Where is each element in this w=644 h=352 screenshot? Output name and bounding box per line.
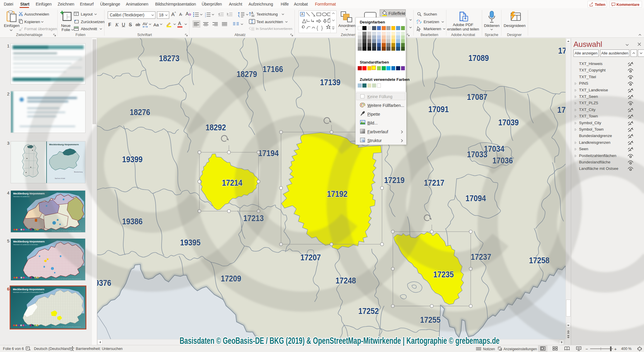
- svg-text:Mecklenburg-Vorpommern: Mecklenburg-Vorpommern: [13, 192, 45, 195]
- svg-text:17033: 17033: [467, 149, 487, 159]
- svg-text:Basisdaten GeoBasis-DE / BKG 2: Basisdaten GeoBasis-DE / BKG 2019 OpenSt…: [52, 326, 81, 327]
- svg-text:17209: 17209: [221, 274, 241, 283]
- svg-text:Mecklenburg-Vorpommern: Mecklenburg-Vorpommern: [13, 288, 44, 291]
- svg-text:Sachsen-Anhalt: Sachsen-Anhalt: [55, 177, 65, 179]
- svg-text:17252: 17252: [358, 306, 379, 316]
- svg-text:17213: 17213: [243, 213, 264, 223]
- svg-text:Vektorkarte mit Landkreisen &: Vektorkarte mit Landkreisen & Gemeinden: [13, 244, 38, 245]
- svg-text:A: A: [251, 11, 254, 15]
- svg-text:19395: 19395: [180, 237, 201, 247]
- svg-text:18276: 18276: [130, 107, 150, 117]
- svg-text:18292: 18292: [205, 122, 226, 132]
- svg-text:19399: 19399: [122, 154, 143, 164]
- svg-text:17039: 17039: [498, 117, 519, 127]
- svg-text:c: c: [417, 21, 418, 24]
- svg-text:17: 17: [557, 105, 566, 115]
- svg-text:17217: 17217: [424, 178, 444, 187]
- svg-text:Basisdaten GeoBasis-DE / BKG 2: Basisdaten GeoBasis-DE / BKG 2019 OpenSt…: [52, 230, 81, 232]
- svg-text:19386: 19386: [122, 216, 143, 226]
- svg-text:Vektorkarte mit Landkreisen: Vektorkarte mit Landkreisen: [13, 196, 30, 197]
- svg-text:17: 17: [558, 46, 566, 55]
- svg-text:17235: 17235: [433, 269, 454, 279]
- svg-text:17214: 17214: [222, 178, 242, 187]
- svg-text:A: A: [301, 12, 304, 16]
- svg-text:19376: 19376: [97, 278, 111, 288]
- svg-text:Mecklenburg-Vorpommern: Mecklenburg-Vorpommern: [49, 143, 79, 146]
- svg-text:18279: 18279: [237, 69, 257, 79]
- svg-text:17036: 17036: [492, 156, 513, 165]
- svg-text:17091: 17091: [428, 104, 449, 114]
- svg-text:17166: 17166: [263, 64, 283, 74]
- svg-text:Basisdaten GeoBasis-DE / BKG 2: Basisdaten GeoBasis-DE / BKG 2019 OpenSt…: [52, 278, 81, 280]
- svg-text:17089: 17089: [468, 53, 489, 63]
- svg-text:17258: 17258: [529, 255, 549, 265]
- svg-text:Vektorkarte mit Landkreisen &: Vektorkarte mit Landkreisen & Postleitza…: [13, 292, 44, 293]
- svg-text:17219: 17219: [384, 175, 405, 185]
- svg-text:3: 3: [205, 16, 206, 18]
- svg-text:18273: 18273: [159, 53, 179, 63]
- svg-text:17094: 17094: [465, 193, 486, 203]
- svg-text:17237: 17237: [471, 252, 491, 262]
- svg-text:17194: 17194: [258, 148, 279, 158]
- svg-text:17139: 17139: [320, 77, 340, 87]
- svg-text:17192: 17192: [327, 189, 347, 199]
- svg-text:17087: 17087: [467, 92, 487, 102]
- svg-text:17248: 17248: [335, 276, 356, 285]
- svg-text:Mecklenburg-Vorpommern: Mecklenburg-Vorpommern: [13, 240, 45, 243]
- svg-text:Brandenburg: Brandenburg: [74, 171, 83, 173]
- svg-text:b: b: [419, 19, 420, 22]
- svg-text:17207: 17207: [300, 252, 321, 262]
- svg-text:17255: 17255: [420, 315, 441, 324]
